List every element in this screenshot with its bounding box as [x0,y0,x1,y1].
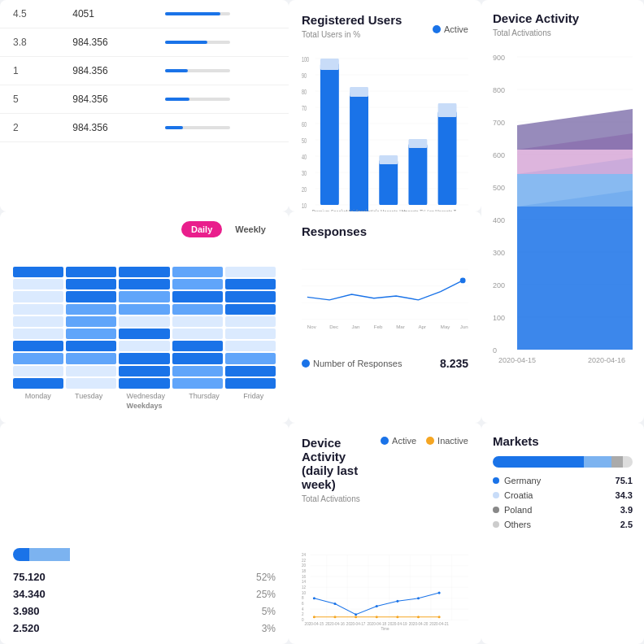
market-item: Croatia 34.3 [493,490,633,500]
table-cell-col1: 4.5 [0,0,59,28]
active-legend-dot [433,25,441,33]
svg-text:12: 12 [302,585,307,590]
table-cell-col2: 984.356 [59,114,151,142]
svg-text:22: 22 [302,559,307,563]
svg-text:600: 600 [493,151,505,159]
heatmap-cell [66,316,116,327]
svg-rect-29 [408,144,427,205]
heatmap-cell [13,329,63,339]
daily-toggle[interactable]: Daily [181,221,222,237]
heatmap-cell [172,291,223,302]
svg-rect-26 [379,160,398,205]
heatmap-card: Daily Weekly MondayTuesdayWednesdayThurs… [0,211,289,423]
table-cell-col2: 984.356 [59,85,151,114]
device-activity-title: Device Activity [493,11,633,25]
active-legend-label: Active [444,24,468,34]
weekly-toggle[interactable]: Weekly [225,221,276,237]
market-value: 75.1 [616,476,633,485]
market-dot [493,521,499,528]
heatmap-cell [172,267,223,277]
svg-text:2020-04-21: 2020-04-21 [429,622,449,626]
markets-left-card: 75.120 52% 34.340 25% 3.980 5% 2.520 3% [0,423,289,644]
svg-text:2020-04-19: 2020-04-19 [388,622,407,626]
svg-point-114 [438,616,441,618]
table-cell-col1: 1 [0,57,59,85]
svg-text:6: 6 [302,602,304,606]
market-pct-4: 3% [262,623,276,634]
svg-rect-20 [320,63,339,205]
heatmap-cell [119,341,169,351]
heatmap-cell [66,353,116,363]
heatmap-cell [172,353,223,363]
heatmap-column [66,267,116,389]
weekdays-label: Weekdays [13,402,276,410]
table-cell-bar [152,85,289,114]
svg-text:2020-04-16: 2020-04-16 [588,356,625,364]
device-daily-legend: Active Inactive [381,436,468,446]
svg-text:May: May [441,324,451,329]
heatmap-column [172,267,223,389]
market-item: Germany 75.1 [493,476,633,485]
heatmap-day-labels: MondayTuesdayWednesdayThursdayFriday [13,392,276,400]
svg-point-107 [438,592,441,594]
active-dot [381,437,389,445]
table-row: 1 984.356 [0,57,289,85]
responses-title: Responses [302,224,468,238]
svg-point-109 [333,616,336,618]
heatmap-cell [66,279,116,289]
heatmap-cell [225,353,276,363]
heatmap-grid [13,267,276,389]
table-cell-bar [152,0,289,28]
svg-text:10: 10 [302,591,307,595]
svg-text:Time: Time [381,627,389,631]
heatmap-column [225,267,276,389]
active-label: Active [392,436,416,446]
svg-text:60: 60 [302,120,307,129]
heatmap-cell [66,378,116,389]
market-val-3: 3.980 [13,605,40,617]
device-daily-subtitle: Total Activations [302,494,381,503]
heatmap-cell [119,316,169,327]
inactive-legend: Inactive [426,436,468,446]
registered-users-title: Registered Users [302,13,402,27]
heatmap-cell [225,329,276,339]
toggle-group[interactable]: Daily Weekly [181,221,276,237]
svg-rect-24 [350,87,368,97]
heatmap-cell [225,267,276,277]
svg-marker-55 [517,190,633,350]
table-row: 5 984.356 [0,85,289,114]
svg-text:24: 24 [302,553,307,557]
svg-text:4: 4 [302,607,304,611]
svg-text:80: 80 [302,88,307,97]
responses-footer: Number of Responses 8.235 [302,357,468,370]
svg-text:Magenta TV App: Magenta TV App [402,208,434,211]
svg-text:70: 70 [302,104,307,113]
inactive-dot [426,437,434,445]
svg-text:0: 0 [493,346,497,355]
svg-text:0: 0 [302,618,304,622]
svg-text:16: 16 [302,575,307,579]
table-cell-bar [152,28,289,57]
svg-marker-58 [517,109,633,150]
svg-text:Mar: Mar [396,324,405,329]
svg-text:8: 8 [302,596,304,600]
heatmap-cell [13,279,63,289]
svg-text:2: 2 [302,612,304,616]
heatmap-cell [119,353,169,363]
responses-value: 8.235 [440,357,468,370]
heatmap-cell [225,316,276,327]
responses-legend-dot [302,359,310,368]
device-daily-card: Device Activity (daily last week) Total … [289,423,481,644]
heatmap-cell [119,329,169,339]
svg-point-113 [417,616,420,618]
svg-rect-23 [350,92,368,211]
heatmap-cell [172,341,223,351]
heatmap-cell [225,291,276,302]
table-cell-col1: 2 [0,114,59,142]
market-list-left: 75.120 52% 34.340 25% 3.980 5% 2.520 3% [13,571,276,634]
market-item: Others 2.5 [493,520,633,529]
market-val-1: 75.120 [13,571,46,583]
heatmap-cell [119,366,169,376]
heatmap-cell [119,291,169,302]
heatmap-cell [172,378,223,389]
